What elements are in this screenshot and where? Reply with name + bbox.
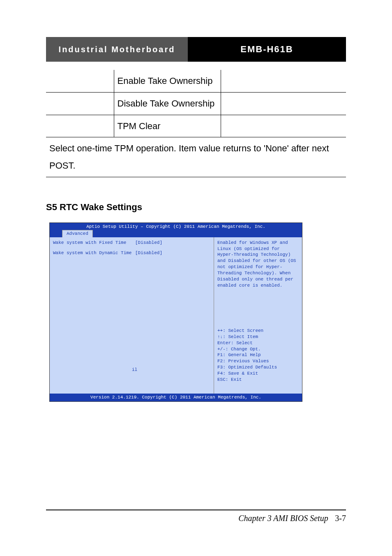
- page-footer: Chapter 3 AMI BIOS Setup 3-7: [46, 510, 346, 523]
- options-table: Enable Take Ownership Disable Take Owner…: [46, 70, 346, 177]
- table-cell-empty: [46, 70, 114, 92]
- bios-screenshot: Aptio Setup Utility – Copyright (C) 2011…: [49, 222, 302, 402]
- bios-right-panel: Enabled for Windows XP and Linux (OS opt…: [214, 237, 302, 394]
- table-note: Select one-time TPM operation. Item valu…: [46, 137, 346, 177]
- bios-help-text: Enabled for Windows XP and Linux (OS opt…: [217, 240, 299, 289]
- table-cell-empty: [221, 92, 346, 115]
- bios-key-line: Enter: Select: [217, 340, 299, 346]
- bios-setting-label: Wake system with Fixed Time: [53, 240, 135, 246]
- table-option: TPM Clear: [114, 115, 221, 137]
- table-option: Disable Take Ownership: [114, 92, 221, 115]
- bios-setting-label: Wake system with Dynamic Time: [53, 250, 135, 256]
- section-heading: S5 RTC Wake Settings: [46, 202, 346, 213]
- table-option: Enable Take Ownership: [114, 70, 221, 92]
- bios-key-line: ↑↓: Select Item: [217, 334, 299, 340]
- bios-key-line: F4: Save & Exit: [217, 371, 299, 377]
- bios-title: Aptio Setup Utility – Copyright (C) 2011…: [50, 223, 302, 230]
- bios-stray-text: il: [132, 367, 137, 373]
- bios-setting-value: [Disabled]: [135, 250, 162, 256]
- table-cell-empty: [46, 92, 114, 115]
- footer-chapter: Chapter 3 AMI BIOS Setup: [238, 514, 328, 523]
- footer-text: Chapter 3 AMI BIOS Setup 3-7: [46, 514, 346, 523]
- footer-rule: [46, 510, 346, 510]
- bios-setting-row[interactable]: Wake system with Fixed Time [Disabled]: [53, 240, 210, 246]
- bios-key-line: +/-: Change Opt.: [217, 346, 299, 352]
- bios-setting-value: [Disabled]: [135, 240, 162, 246]
- bios-footer: Version 2.14.1219. Copyright (C) 2011 Am…: [50, 394, 302, 401]
- header-right: EMB-H61B: [188, 37, 346, 62]
- table-cell-empty: [221, 70, 346, 92]
- table-cell-empty: [46, 115, 114, 137]
- bios-tab-row: Advanced: [50, 230, 302, 237]
- bios-tab-advanced[interactable]: Advanced: [62, 230, 93, 237]
- bios-key-line: ESC: Exit: [217, 377, 299, 383]
- bios-key-line: F1: General Help: [217, 352, 299, 358]
- footer-page-number: 3-7: [335, 514, 346, 523]
- bios-key-line: F3: Optimized Defaults: [217, 364, 299, 371]
- bios-left-panel: Wake system with Fixed Time [Disabled] W…: [50, 237, 214, 394]
- table-cell-empty: [221, 115, 346, 137]
- bios-body: Wake system with Fixed Time [Disabled] W…: [50, 237, 302, 394]
- bios-key-line: ++: Select Screen: [217, 328, 299, 334]
- header-left: Industrial Motherboard: [46, 37, 188, 62]
- bios-key-hints: ++: Select Screen ↑↓: Select Item Enter:…: [217, 328, 299, 383]
- bios-key-line: F2: Previous Values: [217, 358, 299, 364]
- doc-header: Industrial Motherboard EMB-H61B: [46, 37, 346, 62]
- bios-setting-row[interactable]: Wake system with Dynamic Time [Disabled]: [53, 250, 210, 256]
